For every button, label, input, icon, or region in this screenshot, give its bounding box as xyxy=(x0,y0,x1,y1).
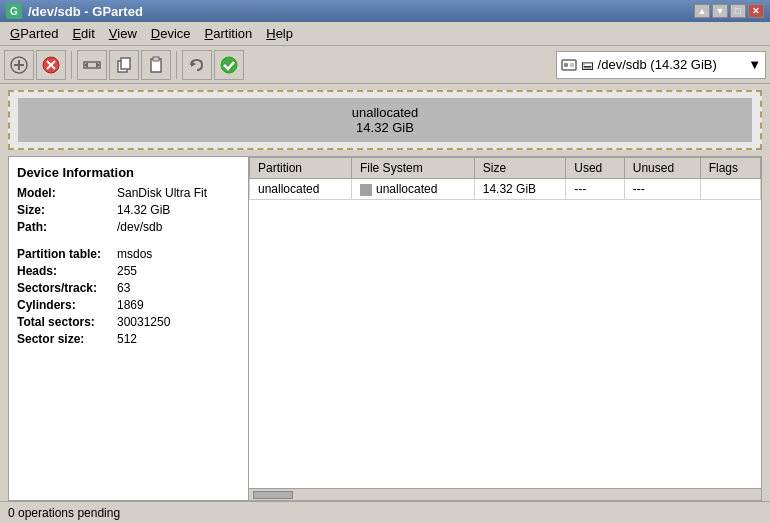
info-row-heads: Heads: 255 xyxy=(17,264,240,278)
info-value-heads: 255 xyxy=(117,264,137,278)
info-row-sectors-track: Sectors/track: 63 xyxy=(17,281,240,295)
fs-icon xyxy=(360,184,372,196)
info-value-model: SanDisk Ultra Fit xyxy=(117,186,207,200)
info-label-model: Model: xyxy=(17,186,117,200)
disk-bar: unallocated 14.32 GiB xyxy=(18,98,752,142)
menu-help[interactable]: Help xyxy=(260,24,299,43)
close-button[interactable]: ✕ xyxy=(748,4,764,18)
status-bar: 0 operations pending xyxy=(0,501,770,523)
device-dropdown-arrow: ▼ xyxy=(748,57,761,72)
svg-rect-10 xyxy=(121,58,130,69)
info-value-sectors-track: 63 xyxy=(117,281,130,295)
col-unused[interactable]: Unused xyxy=(624,158,700,179)
info-label-size: Size: xyxy=(17,203,117,217)
info-label-heads: Heads: xyxy=(17,264,117,278)
main-content: Device Information Model: SanDisk Ultra … xyxy=(8,156,762,501)
info-label-path: Path: xyxy=(17,220,117,234)
toolbar: 🖴 /dev/sdb (14.32 GiB) ▼ xyxy=(0,46,770,84)
title-bar: G /dev/sdb - GParted ▲ ▼ □ ✕ xyxy=(0,0,770,22)
delete-partition-button[interactable] xyxy=(36,50,66,80)
svg-marker-13 xyxy=(191,61,196,67)
disk-label-2: 14.32 GiB xyxy=(356,120,414,135)
info-label-total-sectors: Total sectors: xyxy=(17,315,117,329)
cell-unused: --- xyxy=(624,179,700,200)
info-value-partition-table: msdos xyxy=(117,247,152,261)
toolbar-separator-2 xyxy=(176,51,177,79)
device-selector-label: 🖴 /dev/sdb (14.32 GiB) xyxy=(561,57,717,72)
menu-gparted[interactable]: GParted xyxy=(4,24,64,43)
device-selector[interactable]: 🖴 /dev/sdb (14.32 GiB) ▼ xyxy=(556,51,766,79)
app-icon: G xyxy=(6,3,22,19)
cell-filesystem: unallocated xyxy=(351,179,474,200)
resize-button[interactable] xyxy=(77,50,107,80)
menu-device[interactable]: Device xyxy=(145,24,197,43)
maximize-button[interactable]: □ xyxy=(730,4,746,18)
info-row-model: Model: SanDisk Ultra Fit xyxy=(17,186,240,200)
info-row-cylinders: Cylinders: 1869 xyxy=(17,298,240,312)
info-row-path: Path: /dev/sdb xyxy=(17,220,240,234)
undo-button[interactable] xyxy=(182,50,212,80)
info-value-sector-size: 512 xyxy=(117,332,137,346)
info-value-cylinders: 1869 xyxy=(117,298,144,312)
info-gap-1 xyxy=(17,237,240,247)
paste-button[interactable] xyxy=(141,50,171,80)
cell-used: --- xyxy=(566,179,625,200)
info-row-size: Size: 14.32 GiB xyxy=(17,203,240,217)
info-label-partition-table: Partition table: xyxy=(17,247,117,261)
new-partition-button[interactable] xyxy=(4,50,34,80)
device-info-heading: Device Information xyxy=(17,165,240,180)
col-partition[interactable]: Partition xyxy=(250,158,352,179)
menu-partition[interactable]: Partition xyxy=(199,24,259,43)
minimize-button[interactable]: ▲ xyxy=(694,4,710,18)
title-bar-controls[interactable]: ▲ ▼ □ ✕ xyxy=(694,4,764,18)
info-value-size: 14.32 GiB xyxy=(117,203,170,217)
apply-button[interactable] xyxy=(214,50,244,80)
partition-table[interactable]: Partition File System Size Used Unused F… xyxy=(249,157,761,488)
info-value-path: /dev/sdb xyxy=(117,220,162,234)
cell-flags xyxy=(700,179,760,200)
info-row-partition-table: Partition table: msdos xyxy=(17,247,240,261)
partition-panel: Partition File System Size Used Unused F… xyxy=(249,157,761,500)
device-info-panel: Device Information Model: SanDisk Ultra … xyxy=(9,157,249,500)
menu-view[interactable]: View xyxy=(103,24,143,43)
menu-edit[interactable]: Edit xyxy=(66,24,100,43)
disk-icon xyxy=(561,58,577,72)
svg-point-14 xyxy=(221,57,237,73)
horizontal-scrollbar[interactable] xyxy=(249,488,761,500)
scrollbar-thumb[interactable] xyxy=(253,491,293,499)
info-value-total-sectors: 30031250 xyxy=(117,315,170,329)
col-flags[interactable]: Flags xyxy=(700,158,760,179)
copy-button[interactable] xyxy=(109,50,139,80)
info-label-sectors-track: Sectors/track: xyxy=(17,281,117,295)
svg-rect-12 xyxy=(153,57,159,61)
col-filesystem[interactable]: File System xyxy=(351,158,474,179)
info-label-sector-size: Sector size: xyxy=(17,332,117,346)
info-label-cylinders: Cylinders: xyxy=(17,298,117,312)
menu-bar: GParted Edit View Device Partition Help xyxy=(0,22,770,46)
window-title: /dev/sdb - GParted xyxy=(28,4,143,19)
info-row-total-sectors: Total sectors: 30031250 xyxy=(17,315,240,329)
col-used[interactable]: Used xyxy=(566,158,625,179)
table-row[interactable]: unallocated unallocated 14.32 GiB --- --… xyxy=(250,179,761,200)
cell-partition: unallocated xyxy=(250,179,352,200)
cell-size: 14.32 GiB xyxy=(474,179,566,200)
col-size[interactable]: Size xyxy=(474,158,566,179)
svg-rect-16 xyxy=(564,63,568,67)
info-row-sector-size: Sector size: 512 xyxy=(17,332,240,346)
status-text: 0 operations pending xyxy=(8,506,120,520)
restore-button[interactable]: ▼ xyxy=(712,4,728,18)
disk-label-1: unallocated xyxy=(352,105,419,120)
disk-visual: unallocated 14.32 GiB xyxy=(8,90,762,150)
toolbar-separator-1 xyxy=(71,51,72,79)
